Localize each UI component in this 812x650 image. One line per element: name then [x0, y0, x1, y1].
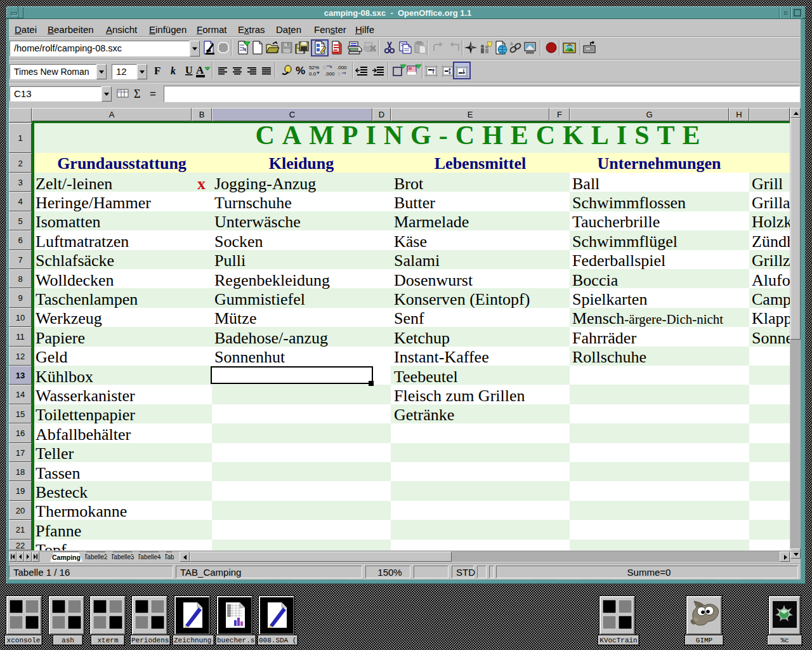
svg-text:0.0: 0.0	[309, 71, 317, 77]
svg-text:.000: .000	[325, 71, 335, 77]
svg-text:Σ: Σ	[134, 88, 140, 100]
svg-text:0: 0	[337, 71, 341, 77]
svg-text:k: k	[171, 65, 176, 76]
svg-text:%: %	[296, 65, 305, 77]
svg-text:0: 0	[323, 65, 326, 70]
svg-text:F: F	[154, 65, 160, 77]
svg-text:=: =	[150, 88, 156, 100]
svg-text:52%: 52%	[309, 65, 319, 70]
svg-text:A: A	[196, 64, 204, 76]
svg-text:U: U	[185, 65, 193, 76]
svg-text:.000: .000	[337, 65, 347, 70]
